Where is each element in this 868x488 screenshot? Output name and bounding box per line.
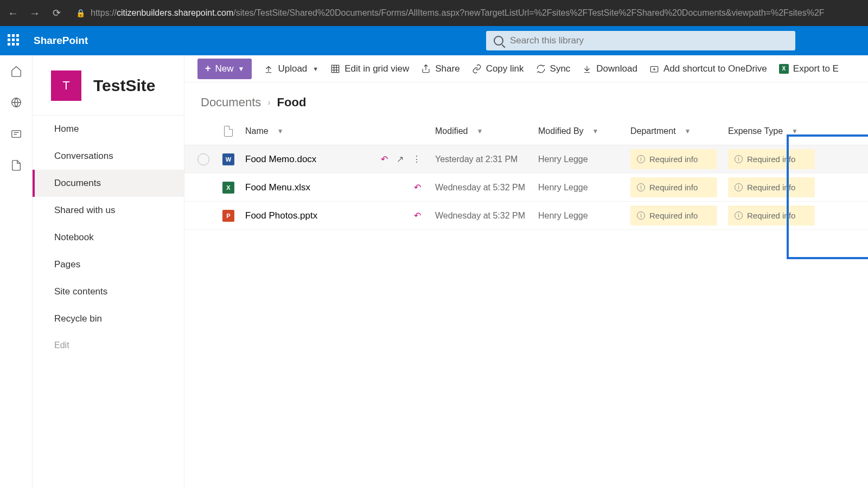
edit-grid-button[interactable]: Edit in grid view — [330, 63, 409, 74]
breadcrumb-current: Food — [277, 95, 307, 110]
nav-item-site-contents[interactable]: Site contents — [33, 278, 184, 305]
file-name[interactable]: Food Menu.xlsx — [245, 182, 310, 193]
nav-item-recycle-bin[interactable]: Recycle bin — [33, 305, 184, 332]
nav-item-documents[interactable]: Documents — [33, 170, 184, 197]
file-name[interactable]: Food Photos.pptx — [245, 210, 317, 221]
chevron-down-icon: ▼ — [312, 66, 318, 72]
required-info-badge[interactable]: iRequired info — [630, 206, 717, 226]
export-excel-button[interactable]: X Export to E — [779, 63, 839, 74]
reload-button[interactable]: ⟳ — [50, 7, 63, 19]
download-label: Download — [596, 63, 637, 74]
required-info-badge[interactable]: iRequired info — [728, 149, 815, 169]
download-button[interactable]: Download — [582, 63, 637, 74]
modified-by-cell[interactable]: Henry Legge — [534, 155, 626, 164]
breadcrumb: Documents › Food — [184, 82, 868, 117]
required-info-badge[interactable]: iRequired info — [630, 149, 717, 169]
docx-icon: W — [222, 153, 234, 165]
site-nav: T TestSite HomeConversationsDocumentsSha… — [33, 55, 184, 488]
plus-icon: + — [205, 63, 211, 74]
copy-link-label: Copy link — [486, 63, 524, 74]
upload-button[interactable]: Upload ▼ — [264, 63, 318, 74]
chevron-down-icon[interactable]: ▼ — [792, 127, 798, 135]
files-icon[interactable] — [10, 159, 22, 171]
modified-cell: Yesterday at 2:31 PM — [431, 155, 534, 164]
chevron-down-icon[interactable]: ▼ — [476, 127, 483, 135]
nav-item-pages[interactable]: Pages — [33, 251, 184, 278]
add-shortcut-button[interactable]: Add shortcut to OneDrive — [649, 63, 767, 74]
share-label: Share — [435, 63, 459, 74]
svg-rect-1 — [11, 131, 21, 138]
search-box[interactable] — [486, 31, 795, 50]
copy-link-button[interactable]: Copy link — [472, 63, 524, 74]
modified-by-cell[interactable]: Henry Legge — [534, 183, 626, 192]
grid-icon — [330, 64, 340, 74]
chevron-down-icon[interactable]: ▼ — [685, 127, 691, 135]
more-icon[interactable]: ⋮ — [412, 154, 421, 164]
site-logo[interactable]: T — [51, 70, 81, 101]
back-button[interactable]: ← — [7, 7, 20, 20]
info-icon: i — [735, 183, 743, 191]
info-icon: i — [735, 211, 743, 220]
search-input[interactable] — [510, 35, 788, 46]
sync-icon — [536, 64, 546, 74]
table-row[interactable]: P Food Photos.pptx ↶ Wednesday at 5:32 P… — [184, 202, 868, 230]
forward-button[interactable]: → — [28, 7, 41, 20]
chevron-down-icon[interactable]: ▼ — [277, 127, 284, 135]
command-bar: + New ▼ Upload ▼ Edit in grid view Share… — [184, 55, 868, 82]
select-circle[interactable] — [197, 153, 209, 165]
address-bar[interactable]: 🔒 https://citizenbuilders.sharepoint.com… — [72, 8, 861, 18]
shortcut-label: Add shortcut to OneDrive — [663, 63, 767, 74]
sync-button[interactable]: Sync — [536, 63, 571, 74]
checked-out-icon[interactable]: ↶ — [414, 210, 421, 221]
col-name[interactable]: Name▼ — [241, 126, 431, 136]
new-button[interactable]: + New ▼ — [197, 59, 252, 79]
browser-chrome: ← → ⟳ 🔒 https://citizenbuilders.sharepoi… — [0, 0, 868, 26]
sharepoint-brand[interactable]: SharePoint — [34, 35, 88, 47]
col-modified[interactable]: Modified▼ — [431, 126, 534, 136]
file-name[interactable]: Food Memo.docx — [245, 154, 316, 165]
col-modified-by[interactable]: Modified By▼ — [534, 126, 626, 136]
new-label: New — [215, 63, 234, 74]
excel-icon: X — [779, 64, 789, 74]
upload-label: Upload — [278, 63, 307, 74]
file-type-icon — [224, 126, 233, 137]
checked-out-icon[interactable]: ↶ — [381, 154, 388, 164]
nav-item-shared-with-us[interactable]: Shared with us — [33, 197, 184, 224]
required-info-badge[interactable]: iRequired info — [728, 206, 815, 226]
suite-header: SharePoint — [0, 26, 868, 55]
table-row[interactable]: X Food Menu.xlsx ↶ Wednesday at 5:32 PM … — [184, 174, 868, 202]
table-header: Name▼ Modified▼ Modified By▼ Department▼… — [184, 117, 868, 145]
news-icon[interactable] — [10, 128, 22, 140]
file-table: Name▼ Modified▼ Modified By▼ Department▼… — [184, 117, 868, 230]
svg-rect-4 — [331, 65, 339, 73]
upload-icon — [264, 64, 273, 74]
col-expense-type[interactable]: Expense Type▼ — [724, 126, 821, 136]
xlsx-icon: X — [222, 182, 234, 194]
pptx-icon: P — [222, 210, 234, 222]
home-icon[interactable] — [10, 65, 22, 77]
modified-cell: Wednesday at 5:32 PM — [431, 183, 534, 192]
modified-by-cell[interactable]: Henry Legge — [534, 211, 626, 221]
site-title[interactable]: TestSite — [93, 76, 155, 95]
share-button[interactable]: Share — [421, 63, 459, 74]
info-icon: i — [735, 155, 743, 163]
checked-out-icon[interactable]: ↶ — [414, 182, 421, 192]
required-info-badge[interactable]: iRequired info — [728, 177, 815, 197]
col-department[interactable]: Department▼ — [626, 126, 724, 136]
app-rail — [0, 55, 33, 488]
sync-label: Sync — [550, 63, 571, 74]
globe-icon[interactable] — [10, 97, 22, 108]
required-info-badge[interactable]: iRequired info — [630, 177, 717, 197]
app-launcher-icon[interactable] — [8, 34, 21, 47]
chevron-down-icon: ▼ — [238, 65, 245, 73]
nav-item-conversations[interactable]: Conversations — [33, 143, 184, 170]
nav-item-home[interactable]: Home — [33, 115, 184, 143]
chevron-down-icon[interactable]: ▼ — [592, 127, 599, 135]
info-icon: i — [637, 183, 645, 191]
nav-edit[interactable]: Edit — [33, 332, 184, 358]
share-icon[interactable]: ↗ — [397, 154, 404, 164]
table-row[interactable]: W Food Memo.docx ↶ ↗⋮ Yesterday at 2:31 … — [184, 145, 868, 174]
share-icon — [421, 64, 431, 74]
nav-item-notebook[interactable]: Notebook — [33, 224, 184, 251]
breadcrumb-root[interactable]: Documents — [201, 95, 261, 110]
